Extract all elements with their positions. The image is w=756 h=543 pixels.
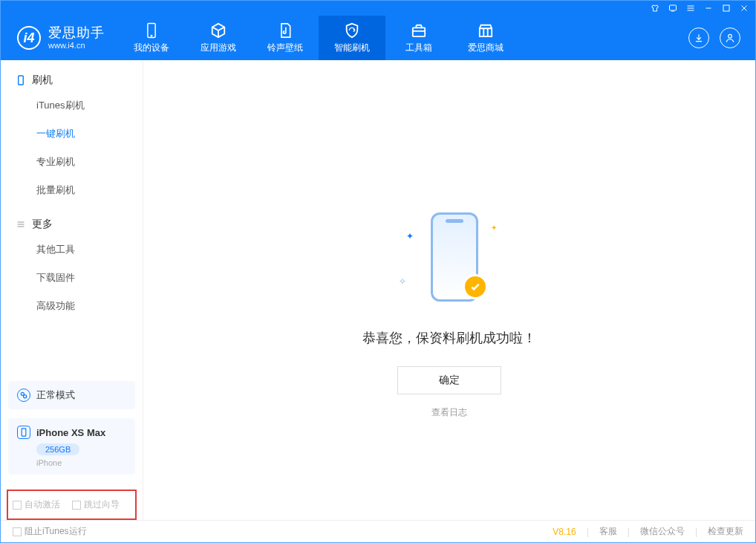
nav-right xyxy=(688,27,755,48)
svg-rect-5 xyxy=(723,5,729,11)
checkbox-block-itunes[interactable]: 阻止iTunes运行 xyxy=(13,525,87,538)
sidebar-group-more: 更多 xyxy=(1,204,143,235)
mode-label: 正常模式 xyxy=(36,388,75,402)
feedback-icon[interactable] xyxy=(668,3,678,13)
maximize-icon[interactable] xyxy=(721,3,731,13)
sidebar-item-other-tools[interactable]: 其他工具 xyxy=(1,235,143,264)
sidebar: 刷机 iTunes刷机 一键刷机 专业刷机 批量刷机 更多 其他工具 下载固件 … xyxy=(1,60,143,520)
nav-my-device[interactable]: 我的设备 xyxy=(118,16,185,60)
mode-card[interactable]: 正常模式 xyxy=(8,381,135,409)
nav-label: 爱思商城 xyxy=(468,42,504,54)
svg-rect-0 xyxy=(670,5,677,10)
brand-title: 爱思助手 xyxy=(48,26,105,41)
nav-label: 我的设备 xyxy=(134,42,169,54)
nav-store[interactable]: 爱思商城 xyxy=(452,16,519,60)
checkbox-skip-guide[interactable]: 跳过向导 xyxy=(72,498,120,511)
sidebar-item-advanced[interactable]: 高级功能 xyxy=(1,292,143,320)
device-card[interactable]: iPhone XS Max 256GB iPhone xyxy=(8,418,135,475)
version-label: V8.16 xyxy=(553,527,576,537)
sidebar-item-download-firmware[interactable]: 下载固件 xyxy=(1,264,143,292)
main-content: ✦ ✧ ✦ 恭喜您，保资料刷机成功啦！ 确定 查看日志 xyxy=(143,60,755,520)
checkbox-label: 自动激活 xyxy=(25,498,60,511)
link-check-update[interactable]: 检查更新 xyxy=(708,525,743,538)
cube-icon xyxy=(210,22,227,39)
link-customer-service[interactable]: 客服 xyxy=(599,525,617,538)
checkbox-icon xyxy=(72,501,81,510)
statusbar: 阻止iTunes运行 V8.16 | 客服 | 微信公众号 | 检查更新 xyxy=(1,520,755,542)
highlighted-options: 自动激活 跳过向导 xyxy=(7,490,137,520)
success-illustration: ✦ ✧ ✦ xyxy=(397,209,501,313)
nav-label: 工具箱 xyxy=(405,42,432,54)
music-file-icon xyxy=(277,22,293,39)
device-icon xyxy=(143,22,160,39)
group-title: 刷机 xyxy=(32,74,53,87)
store-icon xyxy=(478,22,494,39)
svg-point-9 xyxy=(151,35,151,36)
success-message: 恭喜您，保资料刷机成功啦！ xyxy=(362,329,536,347)
svg-rect-12 xyxy=(19,76,24,85)
check-badge-icon xyxy=(463,274,488,299)
phone-small-icon xyxy=(16,75,26,85)
device-small-icon xyxy=(17,426,30,439)
device-type: iPhone xyxy=(36,458,126,467)
sparkle-icon: ✧ xyxy=(399,276,406,287)
nav-apps-games[interactable]: 应用游戏 xyxy=(185,16,252,60)
mode-icon xyxy=(17,388,30,402)
link-wechat[interactable]: 微信公众号 xyxy=(640,525,685,538)
sidebar-item-pro-flash[interactable]: 专业刷机 xyxy=(1,148,143,176)
device-name: iPhone XS Max xyxy=(36,427,105,438)
download-button[interactable] xyxy=(688,27,709,48)
svg-rect-18 xyxy=(22,429,26,436)
nav-label: 铃声壁纸 xyxy=(267,42,303,54)
titlebar xyxy=(1,1,755,16)
view-log-link[interactable]: 查看日志 xyxy=(431,406,467,419)
nav-items: 我的设备 应用游戏 铃声壁纸 智能刷机 工具箱 爱思商城 xyxy=(118,16,519,60)
nav-ringtone-wallpaper[interactable]: 铃声壁纸 xyxy=(252,16,319,60)
minimize-icon[interactable] xyxy=(703,3,714,13)
checkbox-auto-activate[interactable]: 自动激活 xyxy=(13,498,60,511)
nav-label: 智能刷机 xyxy=(334,42,370,54)
checkbox-label: 跳过向导 xyxy=(84,498,120,511)
checkbox-icon xyxy=(13,527,22,536)
svg-point-11 xyxy=(729,34,732,38)
nav-smart-flash[interactable]: 智能刷机 xyxy=(319,16,385,60)
refresh-shield-icon xyxy=(344,22,360,39)
close-icon[interactable] xyxy=(739,3,749,13)
sparkle-icon: ✦ xyxy=(406,231,414,241)
tshirt-icon[interactable] xyxy=(650,3,660,13)
nav-toolbox[interactable]: 工具箱 xyxy=(385,16,452,60)
checkbox-label: 阻止iTunes运行 xyxy=(25,525,87,538)
svg-rect-10 xyxy=(413,27,425,36)
sidebar-item-batch-flash[interactable]: 批量刷机 xyxy=(1,176,143,204)
user-button[interactable] xyxy=(720,27,740,48)
brand-logo-icon: i4 xyxy=(17,26,41,50)
toolbox-icon xyxy=(411,22,427,39)
nav-label: 应用游戏 xyxy=(201,42,236,54)
svg-point-17 xyxy=(24,395,27,398)
checkbox-icon xyxy=(13,501,22,510)
brand-subtitle: www.i4.cn xyxy=(48,41,105,50)
brand[interactable]: i4 爱思助手 www.i4.cn xyxy=(1,26,118,50)
sparkle-icon: ✦ xyxy=(491,224,497,232)
more-icon xyxy=(16,219,26,230)
menu-icon[interactable] xyxy=(685,3,696,13)
device-capacity: 256GB xyxy=(36,443,79,455)
group-title: 更多 xyxy=(32,218,53,231)
confirm-button[interactable]: 确定 xyxy=(397,366,501,394)
sidebar-item-itunes-flash[interactable]: iTunes刷机 xyxy=(1,91,143,120)
sidebar-group-flash: 刷机 xyxy=(1,60,143,91)
brand-text: 爱思助手 www.i4.cn xyxy=(48,26,105,50)
sidebar-item-one-click-flash[interactable]: 一键刷机 xyxy=(1,120,143,148)
top-nav: i4 爱思助手 www.i4.cn 我的设备 应用游戏 铃声壁纸 智能刷机 xyxy=(1,16,755,60)
